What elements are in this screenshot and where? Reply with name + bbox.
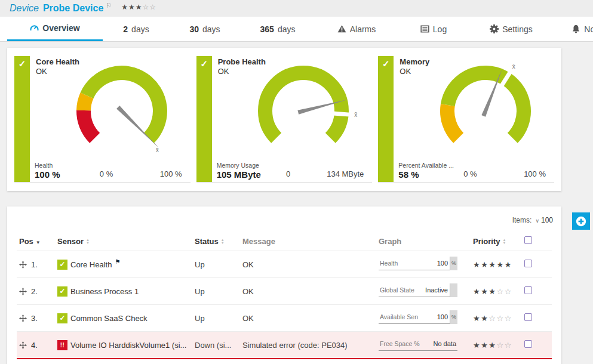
tab-label: days [278, 24, 296, 34]
gauge-needle [116, 106, 154, 143]
star-empty-icon: ☆ [149, 3, 156, 11]
move-icon[interactable] [19, 261, 27, 269]
page-title: Probe Device [43, 3, 103, 14]
status-value: Up [195, 314, 205, 323]
tab-overview[interactable]: Overview [7, 17, 103, 41]
move-icon[interactable] [19, 341, 27, 349]
mini-graph[interactable]: Global State Inactive [379, 283, 457, 297]
priority-stars[interactable]: ★★★☆☆ [473, 341, 512, 350]
row-checkbox[interactable] [524, 340, 532, 348]
sensor-name-link[interactable]: Common SaaS Check [70, 314, 148, 323]
check-icon: ✓ [382, 58, 390, 69]
row-checkbox[interactable] [524, 313, 532, 321]
minigraph-channel: Available Sen [380, 313, 418, 320]
favorite-flag-icon[interactable]: ⚑ [115, 258, 120, 265]
check-icon: ✓ [200, 58, 208, 69]
star-empty-icon: ☆ [505, 287, 512, 296]
minigraph-channel: Global State [380, 286, 414, 294]
tab-alarms[interactable]: Alarms [315, 17, 398, 41]
gauge-panel-probe-health[interactable]: ✓ Probe Health OK x̄ Memory Usage 105 MB… [196, 56, 373, 183]
add-button[interactable] [572, 212, 590, 230]
tab-label: Alarms [350, 24, 376, 34]
column-header-pos[interactable]: Pos▼ [17, 230, 55, 251]
device-rating[interactable]: ★★★☆☆ [121, 3, 156, 11]
tab-settings[interactable]: Settings [469, 17, 553, 41]
items-count-value: 100 [541, 216, 553, 224]
priority-stars[interactable]: ★★☆☆☆ [473, 314, 512, 323]
tab-365-days[interactable]: 365days [240, 17, 315, 41]
tab-30-days[interactable]: 30days [170, 17, 240, 41]
table-row[interactable]: 4. !!Volume IO HarddiskVolume1 (si... Do… [17, 332, 552, 359]
sensor-name-link[interactable]: Volume IO HarddiskVolume1 (si... [70, 341, 186, 350]
column-label: Status [195, 237, 219, 246]
table-row[interactable]: 1. ✓Core Health⚑ Up OK Health 100 % ★★★★… [17, 251, 552, 278]
status-value: Down (si... [195, 341, 231, 350]
gauge-channel-label: Percent Available ... [398, 162, 464, 169]
message-value: OK [242, 287, 254, 296]
column-header-sensor[interactable]: Sensor▲▼ [55, 230, 192, 251]
gauge-dial: x̄ [235, 56, 371, 159]
column-header-message: Message [240, 230, 376, 251]
gauge-panel-core-health[interactable]: ✓ Core Health OK x̄ Health 100 % 0 % 100… [14, 56, 191, 183]
tab-label: Settings [502, 24, 533, 34]
star-empty-icon: ☆ [496, 341, 504, 350]
column-header-select[interactable] [522, 230, 552, 251]
plus-circle-icon [574, 215, 588, 228]
priority-stars[interactable]: ★★★★★ [473, 260, 512, 269]
average-marker: x̄ [355, 112, 358, 118]
row-checkbox[interactable] [524, 286, 532, 294]
column-header-graph: Graph [376, 230, 471, 251]
column-header-priority[interactable]: Priority▲▼ [471, 230, 522, 251]
row-checkbox[interactable] [524, 260, 532, 267]
move-icon[interactable] [19, 314, 27, 322]
star-filled-icon: ★ [481, 341, 488, 350]
table-row[interactable]: 3. ✓Common SaaS Check Up OK Available Se… [17, 305, 552, 332]
star-empty-icon: ☆ [496, 287, 504, 296]
bell-icon [572, 24, 580, 33]
table-row[interactable]: 2. ✓Business Process 1 Up OK Global Stat… [17, 278, 552, 305]
mini-graph[interactable]: Health 100 % [379, 257, 457, 270]
table-header-row: Pos▼Sensor▲▼Status▲▼MessageGraphPriority… [17, 230, 552, 251]
gauge-scale-min: 0 [259, 169, 318, 178]
sensor-name-link[interactable]: Business Process 1 [70, 287, 139, 296]
gauge-scale-min: 0 % [440, 169, 500, 178]
device-title-bar: Device Probe Device ⚐ ★★★☆☆ [0, 0, 593, 17]
move-icon[interactable] [19, 288, 27, 295]
star-filled-icon: ★ [128, 3, 136, 11]
mini-graph[interactable]: Available Sen 100 % [379, 310, 457, 324]
tab-number: 30 [189, 24, 199, 34]
status-value: Up [195, 287, 205, 296]
gauge-scale-max: 134 MByte [327, 169, 364, 178]
priority-stars[interactable]: ★★★☆☆ [473, 287, 512, 296]
tab-notifications[interactable]: Notifications [553, 17, 593, 41]
star-empty-icon: ☆ [496, 314, 504, 323]
sensor-ok-icon: ✓ [57, 286, 67, 297]
tab-label: days [131, 24, 149, 34]
tab-label: Notifications [584, 24, 593, 34]
status-stripe: ✓ [14, 56, 30, 182]
minigraph-value: Inactive [425, 286, 448, 294]
items-count-control[interactable]: Items:∨100 [7, 206, 561, 230]
gauge-scale-max: 100 % [160, 169, 182, 178]
select-all-checkbox[interactable] [524, 236, 532, 244]
tab-2-days[interactable]: 2days [103, 17, 170, 41]
message-value: OK [242, 260, 254, 269]
star-empty-icon: ☆ [505, 314, 512, 323]
minigraph-value: No data [433, 340, 456, 347]
position-value: 1. [31, 260, 38, 269]
gauge-scale-max: 100 % [524, 169, 546, 178]
check-icon: ✓ [19, 58, 26, 69]
flag-icon[interactable]: ⚐ [106, 2, 112, 10]
status-stripe: ✓ [378, 56, 394, 182]
average-marker: x̄ [156, 147, 159, 153]
column-header-status[interactable]: Status▲▼ [192, 230, 240, 251]
tab-label: Overview [42, 23, 79, 33]
sensor-name-link[interactable]: Core Health [70, 260, 112, 269]
tab-log[interactable]: Log [398, 17, 469, 41]
sort-icon: ▲▼ [221, 239, 225, 245]
mini-graph[interactable]: Free Space % No data [379, 337, 457, 351]
minigraph-value: 100 [437, 260, 448, 267]
gauge-panel-memory[interactable]: ✓ Memory OK x̄ Percent Available ... 58 … [378, 56, 554, 183]
star-filled-icon: ★ [473, 314, 481, 323]
table-row[interactable]: 5. ✓PING Up OK Ping Time 0 msec ★★★☆☆ [17, 359, 552, 364]
